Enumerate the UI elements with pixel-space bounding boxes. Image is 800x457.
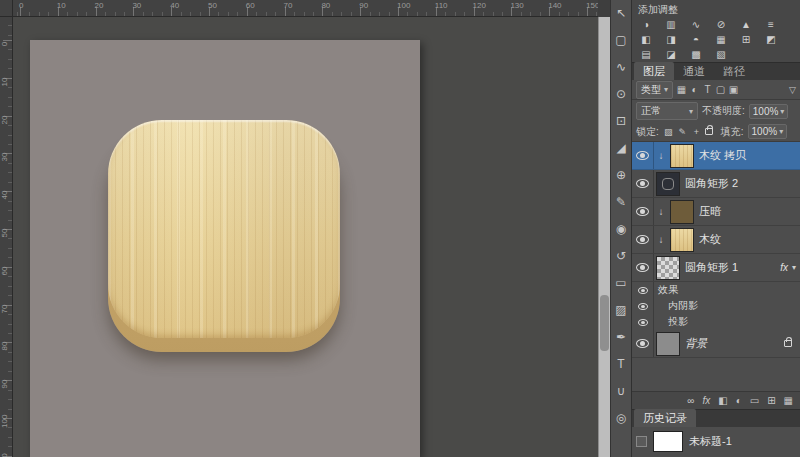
filter-shape-layers-icon[interactable]: ▢ bbox=[715, 84, 726, 95]
clone-stamp-tool-icon[interactable]: ◉ bbox=[612, 220, 630, 238]
vibrance-icon[interactable]: ▲ bbox=[738, 18, 754, 31]
posterize-icon[interactable]: ▤ bbox=[638, 48, 654, 61]
move-tool-icon[interactable]: ↖ bbox=[612, 4, 630, 22]
layer-thumbnail[interactable] bbox=[656, 256, 680, 280]
lock-position-icon[interactable]: + bbox=[691, 127, 702, 137]
history-brush-tool-icon[interactable]: ↺ bbox=[612, 247, 630, 265]
visibility-toggle[interactable] bbox=[632, 198, 654, 225]
layer-fx-badge[interactable]: fx bbox=[780, 262, 788, 273]
threshold-icon[interactable]: ◪ bbox=[663, 48, 679, 61]
layer-row[interactable]: ↓压暗 bbox=[632, 198, 800, 226]
filter-pixel-layers-icon[interactable]: ▦ bbox=[676, 84, 687, 95]
ruler-horizontal[interactable]: 0102030405060708090100110120130140150 bbox=[0, 0, 598, 17]
levels-icon[interactable]: ▥ bbox=[663, 18, 679, 31]
layer-row[interactable]: ↓木纹 拷贝 bbox=[632, 142, 800, 170]
canvas-scrollbar[interactable] bbox=[598, 17, 610, 457]
tab-channels[interactable]: 通道 bbox=[674, 62, 714, 80]
exposure-icon[interactable]: ⊘ bbox=[713, 18, 729, 31]
healing-brush-tool-icon[interactable]: ⊕ bbox=[612, 166, 630, 184]
layer-row[interactable]: 内阴影 bbox=[632, 298, 800, 314]
lock-all-icon[interactable] bbox=[705, 128, 713, 135]
gradient-map-icon[interactable]: ▩ bbox=[688, 48, 704, 61]
lock-pixels-icon[interactable]: ✎ bbox=[677, 127, 688, 137]
curves-icon[interactable]: ∿ bbox=[688, 18, 704, 31]
visibility-toggle[interactable] bbox=[632, 330, 654, 357]
layer-thumbnail[interactable] bbox=[670, 200, 694, 224]
blend-mode-row: 正常 ▾ 不透明度: 100% ▾ bbox=[632, 100, 800, 122]
layer-thumbnail[interactable] bbox=[670, 144, 694, 168]
fx-expand-icon[interactable]: ▾ bbox=[792, 263, 796, 272]
new-group-icon[interactable]: ▭ bbox=[750, 395, 759, 406]
gradient-tool-icon[interactable]: ▨ bbox=[612, 301, 630, 319]
filter-smart-objects-icon[interactable]: ▣ bbox=[728, 84, 739, 95]
layer-thumbnail[interactable] bbox=[656, 332, 680, 356]
ruler-vertical[interactable]: 0102030405060708090100110 bbox=[0, 17, 13, 457]
layer-row[interactable]: 背景 bbox=[632, 330, 800, 358]
visibility-toggle[interactable] bbox=[632, 170, 654, 197]
invert-icon[interactable]: ◩ bbox=[763, 33, 779, 46]
layer-row[interactable]: ↓木纹 bbox=[632, 226, 800, 254]
document-canvas[interactable] bbox=[30, 40, 420, 457]
lock-label: 锁定: bbox=[636, 125, 659, 139]
visibility-toggle[interactable] bbox=[632, 254, 654, 281]
layer-style-icon[interactable]: fx bbox=[702, 395, 710, 406]
pen-tool-icon[interactable]: ✒ bbox=[612, 328, 630, 346]
layer-row[interactable]: 投影 bbox=[632, 314, 800, 330]
visibility-toggle[interactable] bbox=[632, 298, 654, 314]
opacity-select[interactable]: 100% ▾ bbox=[749, 104, 789, 119]
tab-history[interactable]: 历史记录 bbox=[634, 409, 696, 427]
eraser-tool-icon[interactable]: ▭ bbox=[612, 274, 630, 292]
ruler-h-number: 40 bbox=[170, 1, 179, 10]
layer-row[interactable]: 效果 bbox=[632, 282, 800, 298]
canvas-scrollbar-thumb[interactable] bbox=[600, 295, 609, 351]
lasso-tool-icon[interactable]: ∿ bbox=[612, 58, 630, 76]
eyedropper-tool-icon[interactable]: ◢ bbox=[612, 139, 630, 157]
pasteboard bbox=[13, 17, 598, 457]
visibility-toggle[interactable] bbox=[632, 142, 654, 169]
visibility-toggle[interactable] bbox=[632, 314, 654, 330]
layer-name: 木纹 拷贝 bbox=[699, 148, 746, 163]
brush-tool-icon[interactable]: ✎ bbox=[612, 193, 630, 211]
tab-layers[interactable]: 图层 bbox=[634, 62, 674, 80]
delete-layer-icon[interactable]: ▦ bbox=[784, 395, 793, 406]
hand-tool-icon[interactable]: ∪ bbox=[612, 382, 630, 400]
layer-mask-icon[interactable]: ◧ bbox=[718, 395, 727, 406]
ruler-v-number: 70 bbox=[0, 303, 9, 315]
fill-select[interactable]: 100% ▾ bbox=[748, 124, 788, 139]
visibility-toggle[interactable] bbox=[632, 282, 654, 298]
history-entry[interactable]: 未标题-1 bbox=[632, 427, 800, 455]
type-tool-icon[interactable]: T bbox=[612, 355, 630, 373]
quick-selection-tool-icon[interactable]: ⊙ bbox=[612, 85, 630, 103]
blend-mode-select[interactable]: 正常 ▾ bbox=[636, 102, 698, 120]
link-layers-icon[interactable]: ∞ bbox=[687, 395, 694, 406]
layer-thumbnail[interactable] bbox=[670, 228, 694, 252]
color-lookup-icon[interactable]: ⊞ bbox=[738, 33, 754, 46]
history-brush-source-icon[interactable] bbox=[636, 436, 647, 447]
tab-paths[interactable]: 路径 bbox=[714, 62, 754, 80]
zoom-tool-icon[interactable]: ◎ bbox=[612, 409, 630, 427]
tools-panel: ↖▢∿⊙⊡◢⊕✎◉↺▭▨✒T∪◎ bbox=[610, 0, 632, 457]
layer-row[interactable]: 圆角矩形 1fx▾ bbox=[632, 254, 800, 282]
ruler-h-number: 20 bbox=[95, 1, 104, 10]
filter-funnel-icon[interactable]: ▽ bbox=[789, 85, 796, 95]
layer-row[interactable]: 圆角矩形 2 bbox=[632, 170, 800, 198]
filter-adjustment-layers-icon[interactable]: ◐ bbox=[689, 84, 700, 95]
crop-tool-icon[interactable]: ⊡ bbox=[612, 112, 630, 130]
brightness-contrast-icon[interactable]: ◑ bbox=[638, 18, 654, 31]
new-adjustment-layer-icon[interactable]: ◐ bbox=[736, 395, 742, 406]
channel-mixer-icon[interactable]: ▦ bbox=[713, 33, 729, 46]
black-white-icon[interactable]: ◨ bbox=[663, 33, 679, 46]
layer-filter-kind-select[interactable]: 类型 ▾ bbox=[636, 81, 673, 99]
marquee-tool-icon[interactable]: ▢ bbox=[612, 31, 630, 49]
photo-filter-icon[interactable]: ◓ bbox=[688, 33, 704, 46]
lock-transparency-icon[interactable]: ▨ bbox=[663, 127, 674, 137]
hue-saturation-icon[interactable]: ≡ bbox=[763, 18, 779, 31]
new-layer-icon[interactable]: ⊞ bbox=[767, 395, 775, 406]
layer-thumbnail[interactable] bbox=[656, 172, 680, 196]
visibility-toggle[interactable] bbox=[632, 226, 654, 253]
color-balance-icon[interactable]: ◧ bbox=[638, 33, 654, 46]
ruler-h-number: 60 bbox=[246, 1, 255, 10]
history-snapshot-thumbnail[interactable] bbox=[653, 431, 683, 452]
selective-color-icon[interactable]: ▧ bbox=[713, 48, 729, 61]
filter-type-layers-icon[interactable]: T bbox=[702, 84, 713, 95]
